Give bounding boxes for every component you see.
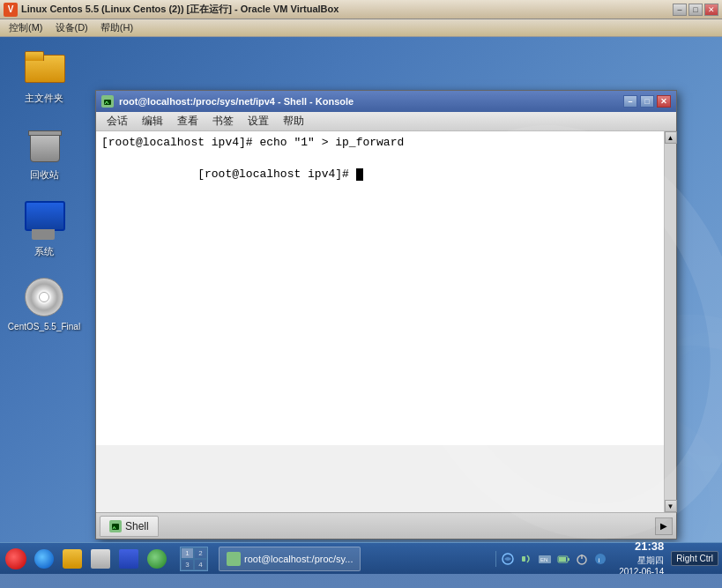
desktop-icon-trash[interactable]: 回收站 xyxy=(9,123,79,182)
taskbar-left: 1 2 3 4 root@localhost:/proc/sy... xyxy=(4,547,361,571)
konsole-titlebar-left: root@localhost:/proc/sys/net/ipv4 - Shel… xyxy=(101,95,354,108)
konsole-titlebar[interactable]: root@localhost:/proc/sys/net/ipv4 - Shel… xyxy=(96,91,676,112)
taskbar: 1 2 3 4 root@localhost:/proc/sy... xyxy=(0,542,722,574)
taskbar-icon-files[interactable] xyxy=(60,547,85,571)
files-icon xyxy=(63,549,82,569)
terminal-content: [root@localhost ipv4]# echo "1" > ip_for… xyxy=(101,135,671,442)
terminal-prompt-2: [root@localhost ipv4]# xyxy=(197,167,355,181)
konsole-icon xyxy=(101,95,114,108)
terminal-container[interactable]: [root@localhost ipv4]# echo "1" > ip_for… xyxy=(96,131,676,512)
workspace-3[interactable]: 3 xyxy=(181,559,194,570)
svg-text:EN: EN xyxy=(540,557,547,562)
konsole-menu-settings[interactable]: 设置 xyxy=(241,112,276,130)
home-folder-label: 主文件夹 xyxy=(25,92,63,105)
folder-icon xyxy=(23,46,65,88)
vbox-menu-control[interactable]: 控制(M) xyxy=(4,19,48,36)
computer-taskbar-icon xyxy=(119,549,138,569)
tray-network-icon[interactable] xyxy=(500,551,516,567)
vbox-titlebar-left: V Linux Centos 5.5 (Linux Centos (2)) [正… xyxy=(4,3,339,17)
svg-rect-6 xyxy=(522,556,525,562)
tray-power-icon[interactable] xyxy=(574,551,590,567)
workspace-4[interactable]: 4 xyxy=(194,559,207,570)
taskbar-task-label: root@localhost:/proc/sy... xyxy=(244,554,353,564)
settings-icon xyxy=(147,549,167,569)
desktop-icons: 主文件夹 回收站 系统 CentOS_5.5_ xyxy=(9,46,79,331)
terminal-area[interactable]: [root@localhost ipv4]# echo "1" > ip_for… xyxy=(96,131,676,445)
tab-shell-label: Shell xyxy=(125,520,149,532)
svg-rect-11 xyxy=(568,558,569,561)
konsole-tab-shell[interactable]: Shell xyxy=(100,516,159,537)
computer-icon xyxy=(23,199,65,242)
tray-battery-icon[interactable] xyxy=(555,551,571,567)
terminal-line-1: [root@localhost ipv4]# echo "1" > ip_for… xyxy=(101,135,671,151)
tray-sound-icon[interactable] xyxy=(518,551,534,567)
vbox-title: Linux Centos 5.5 (Linux Centos (2)) [正在运… xyxy=(21,3,339,16)
taskbar-icon-computer[interactable] xyxy=(116,547,141,571)
konsole-close-button[interactable]: ✕ xyxy=(657,95,671,108)
svg-point-14 xyxy=(595,554,606,564)
clock-date: 2012-06-14 xyxy=(619,566,664,574)
vbox-menubar: 控制(M) 设备(D) 帮助(H) xyxy=(0,19,722,37)
desktop-icon-computer[interactable]: 系统 xyxy=(9,199,79,258)
konsole-menubar: 会话 编辑 查看 书签 设置 帮助 xyxy=(96,112,676,131)
taskbar-task-icon xyxy=(227,552,241,566)
tray-keyboard-icon[interactable]: EN xyxy=(537,551,553,567)
taskbar-icon-print[interactable] xyxy=(88,547,113,571)
trash-icon xyxy=(23,123,65,165)
workspace-switcher[interactable]: 1 2 3 4 xyxy=(180,547,208,571)
vbox-minimize-button[interactable]: – xyxy=(673,4,687,16)
vbox-controls[interactable]: – □ ✕ xyxy=(673,4,718,16)
svg-point-2 xyxy=(649,340,722,464)
taskbar-clock: 21:38 星期四 2012-06-14 xyxy=(615,540,667,574)
clock-day: 星期四 xyxy=(637,555,664,566)
taskbar-task-konsole[interactable]: root@localhost:/proc/sy... xyxy=(219,547,361,571)
workspace-1[interactable]: 1 xyxy=(181,547,194,559)
svg-point-0 xyxy=(566,330,722,556)
konsole-controls[interactable]: – □ ✕ xyxy=(623,95,671,108)
taskbar-icon-kicker[interactable] xyxy=(4,547,28,571)
vbox-menu-help[interactable]: 帮助(H) xyxy=(95,19,138,36)
cd-icon xyxy=(23,276,65,318)
konsole-tabbar: Shell ▶ xyxy=(96,512,676,539)
konsole-window: root@localhost:/proc/sys/net/ipv4 - Shel… xyxy=(95,90,677,540)
desktop-swirl xyxy=(528,248,722,556)
taskbar-right: EN xyxy=(495,540,718,574)
taskbar-icon-browser[interactable] xyxy=(32,547,56,571)
computer-label: 系统 xyxy=(34,245,54,258)
scrollbar-down-button[interactable]: ▼ xyxy=(665,500,677,512)
scrollbar-track[interactable] xyxy=(665,144,676,500)
konsole-menu-view[interactable]: 查看 xyxy=(170,112,205,130)
taskbar-icon-settings[interactable] xyxy=(145,547,169,571)
cd-label: CentOS_5.5_Final xyxy=(8,322,80,331)
vbox-icon: V xyxy=(4,3,18,17)
konsole-menu-bookmarks[interactable]: 书签 xyxy=(205,112,241,130)
desktop-icon-cd[interactable]: CentOS_5.5_Final xyxy=(9,276,79,331)
workspace-grid[interactable]: 1 2 3 4 xyxy=(180,547,208,571)
terminal-cursor xyxy=(356,168,363,181)
konsole-menu-session[interactable]: 会话 xyxy=(100,112,135,130)
konsole-menu-help[interactable]: 帮助 xyxy=(276,112,311,130)
system-tray: EN xyxy=(495,551,612,567)
konsole-maximize-button[interactable]: □ xyxy=(640,95,654,108)
konsole-menu-edit[interactable]: 编辑 xyxy=(135,112,170,130)
desktop: 主文件夹 回收站 系统 CentOS_5.5_ xyxy=(0,37,722,574)
workspace-2[interactable]: 2 xyxy=(194,547,207,559)
svg-text:i: i xyxy=(599,555,600,563)
tab-nav-button[interactable]: ▶ xyxy=(655,517,673,535)
vbox-menu-device[interactable]: 设备(D) xyxy=(50,19,93,36)
scrollbar-up-button[interactable]: ▲ xyxy=(665,131,677,144)
right-ctrl-badge: Right Ctrl xyxy=(671,551,718,566)
kicker-icon xyxy=(5,548,26,569)
tab-shell-icon xyxy=(109,520,122,532)
konsole-title: root@localhost:/proc/sys/net/ipv4 - Shel… xyxy=(119,96,354,107)
trash-label: 回收站 xyxy=(30,168,59,182)
tray-updates-icon[interactable]: i xyxy=(592,551,608,567)
desktop-icon-home[interactable]: 主文件夹 xyxy=(9,46,79,105)
vbox-close-button[interactable]: ✕ xyxy=(704,4,718,16)
terminal-line-2: [root@localhost ipv4]# xyxy=(101,151,671,199)
virtualbox-outer: V Linux Centos 5.5 (Linux Centos (2)) [正… xyxy=(0,0,722,588)
konsole-minimize-button[interactable]: – xyxy=(623,95,637,108)
print-icon xyxy=(91,549,110,569)
terminal-scrollbar[interactable]: ▲ ▼ xyxy=(664,131,676,512)
vbox-maximize-button[interactable]: □ xyxy=(689,4,703,16)
